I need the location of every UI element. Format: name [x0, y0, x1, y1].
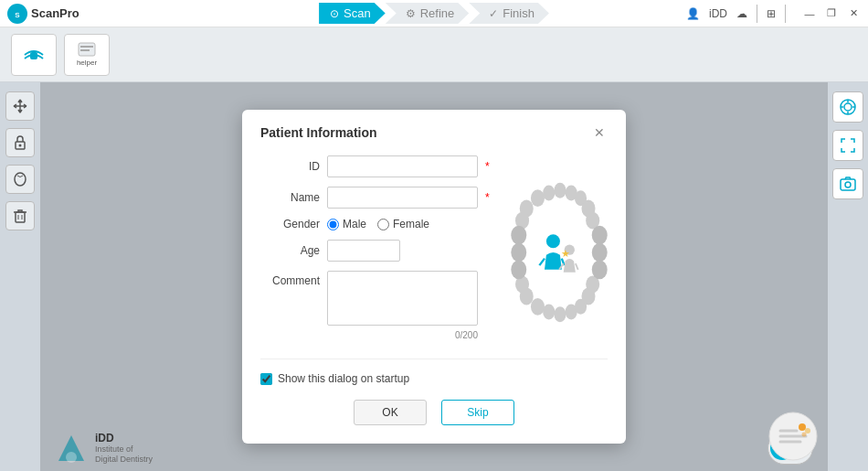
- name-label: Name: [260, 191, 320, 204]
- svg-rect-4: [80, 46, 93, 48]
- cloud-icon[interactable]: ☁: [736, 7, 747, 20]
- age-row: Age: [260, 240, 490, 262]
- svg-point-44: [66, 452, 77, 463]
- helper-button[interactable]: helper: [64, 34, 110, 76]
- center-area: Patient Information ✕ ID *: [40, 82, 828, 471]
- svg-point-52: [799, 423, 806, 431]
- svg-line-37: [539, 259, 545, 266]
- svg-point-12: [531, 189, 545, 207]
- gender-male-label: Male: [343, 218, 366, 230]
- svg-point-7: [19, 145, 22, 147]
- gender-group: Male Female: [327, 218, 429, 230]
- svg-point-30: [511, 226, 526, 245]
- ok-button[interactable]: OK: [354, 400, 427, 425]
- gender-female-label: Female: [393, 218, 429, 230]
- tooth-button[interactable]: [5, 165, 35, 194]
- gender-female-option[interactable]: Female: [377, 218, 429, 230]
- svg-text:★: ★: [561, 248, 570, 259]
- svg-point-23: [554, 306, 566, 322]
- loading-widget: [767, 411, 819, 462]
- idd-info: iDD Institute of Digital Dentistry: [95, 432, 153, 465]
- comment-textarea[interactable]: [327, 271, 478, 326]
- minimize-button[interactable]: —: [802, 6, 817, 21]
- workflow-steps: ⊙ Scan ⚙ Refine ✓ Finish: [319, 3, 549, 24]
- gender-female-radio[interactable]: [377, 219, 389, 230]
- svg-rect-5: [80, 49, 90, 51]
- svg-rect-9: [16, 212, 25, 222]
- expand-button[interactable]: [832, 130, 863, 161]
- name-row: Name *: [260, 187, 490, 209]
- svg-point-62: [845, 182, 851, 187]
- titlebar: S ScanPro ⊙ Scan ⚙ Refine ✓ Finish 👤 iDD…: [0, 0, 868, 27]
- lock-button[interactable]: [5, 128, 35, 157]
- id-label: ID: [260, 160, 320, 173]
- svg-point-36: [546, 234, 560, 248]
- bottom-bar: iDD Institute of Digital Dentistry: [40, 425, 828, 471]
- svg-point-14: [554, 183, 566, 198]
- dialog-footer: OK Skip: [260, 400, 608, 425]
- show-dialog-checkbox-label: Show this dialog on startup: [278, 372, 409, 385]
- svg-point-53: [805, 428, 810, 434]
- name-input[interactable]: [327, 187, 478, 209]
- refine-step-label: Refine: [420, 6, 455, 20]
- titlebar-right: 👤 iDD ☁ ⊞ — ❐ ✕: [686, 5, 861, 23]
- screenshot-button[interactable]: [832, 168, 863, 199]
- scan-step-icon: ⊙: [330, 7, 339, 20]
- age-input[interactable]: [327, 240, 400, 262]
- svg-point-33: [591, 226, 607, 245]
- svg-rect-2: [30, 52, 37, 59]
- dialog-close-button[interactable]: ✕: [591, 124, 608, 141]
- name-required-star: *: [485, 191, 490, 204]
- new-scan-button[interactable]: [11, 34, 57, 76]
- helper-label: helper: [77, 59, 97, 67]
- finish-step-icon: ✓: [489, 7, 498, 20]
- id-input[interactable]: [327, 155, 478, 177]
- show-dialog-checkbox-row: Show this dialog on startup: [260, 372, 608, 385]
- svg-rect-61: [841, 179, 855, 190]
- step-refine[interactable]: ⚙ Refine: [386, 3, 470, 24]
- gender-male-radio[interactable]: [327, 219, 339, 230]
- app-logo-icon: S: [7, 4, 27, 24]
- svg-point-35: [591, 260, 607, 279]
- target-button[interactable]: [832, 91, 863, 123]
- skip-button[interactable]: Skip: [441, 400, 514, 425]
- dialog-body: ID * Name * Gender: [260, 155, 608, 349]
- age-label: Age: [260, 244, 320, 257]
- idd-logo-icon: [55, 432, 88, 465]
- trash-button[interactable]: [5, 201, 35, 230]
- bottom-left: iDD Institute of Digital Dentistry: [55, 432, 153, 465]
- svg-point-54: [802, 433, 807, 437]
- svg-line-41: [576, 263, 578, 270]
- right-sidebar: [828, 82, 868, 471]
- gender-male-option[interactable]: Male: [327, 218, 366, 230]
- person-icon[interactable]: 👤: [686, 7, 700, 20]
- comment-label: Comment: [260, 274, 320, 287]
- main-area: Patient Information ✕ ID *: [0, 82, 868, 471]
- gender-label: Gender: [260, 218, 320, 230]
- dialog-overlay: Patient Information ✕ ID *: [40, 82, 828, 471]
- svg-point-22: [543, 304, 555, 319]
- id-row: ID *: [260, 155, 490, 177]
- scan-step-label: Scan: [344, 6, 371, 20]
- step-scan[interactable]: ⊙ Scan: [319, 3, 386, 24]
- svg-point-13: [543, 186, 555, 201]
- svg-point-56: [844, 103, 852, 111]
- id-required-star: *: [485, 160, 490, 173]
- show-dialog-checkbox[interactable]: [260, 373, 272, 385]
- svg-point-32: [511, 260, 526, 279]
- grid-icon[interactable]: ⊞: [767, 7, 776, 20]
- close-button[interactable]: ✕: [846, 6, 861, 21]
- bottom-right-widget: [767, 411, 819, 462]
- maximize-button[interactable]: ❐: [824, 6, 839, 21]
- idd-brand-name: iDD: [95, 432, 153, 444]
- app-logo: S ScanPro: [7, 4, 79, 24]
- toolbar: helper: [0, 27, 868, 82]
- gender-row: Gender Male Female: [260, 218, 490, 230]
- step-finish[interactable]: ✓ Finish: [469, 3, 549, 24]
- window-controls: — ❐ ✕: [802, 6, 861, 21]
- move-tool-button[interactable]: [5, 91, 35, 121]
- svg-point-21: [531, 298, 545, 316]
- workflow: ⊙ Scan ⚙ Refine ✓ Finish: [319, 3, 549, 24]
- idd-sub1: Institute of: [95, 444, 153, 455]
- idd-sub2: Digital Dentistry: [95, 455, 153, 465]
